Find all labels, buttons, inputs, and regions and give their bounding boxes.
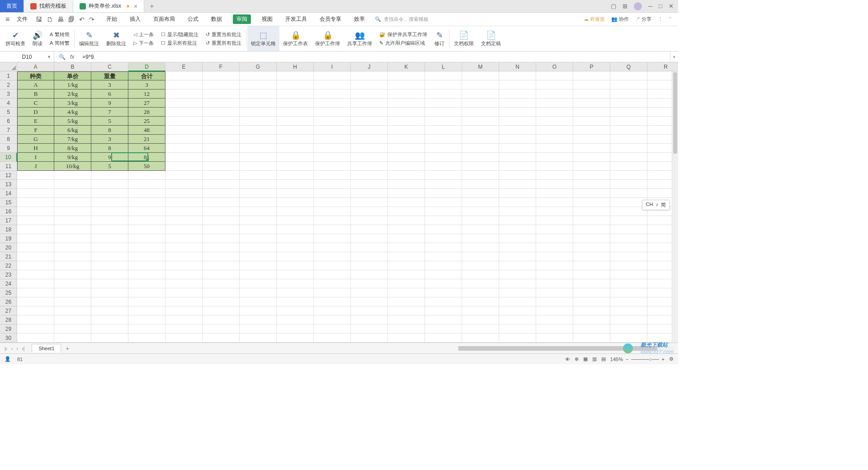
cell[interactable] xyxy=(54,261,91,270)
cell[interactable] xyxy=(17,171,54,180)
cell[interactable] xyxy=(573,189,610,198)
cell[interactable] xyxy=(351,225,388,234)
col-head[interactable]: A xyxy=(17,62,54,71)
cell[interactable] xyxy=(388,180,425,189)
cell[interactable]: F xyxy=(17,126,54,135)
row-head[interactable]: 1 xyxy=(0,71,17,80)
cell[interactable]: 12 xyxy=(128,89,165,99)
cell[interactable] xyxy=(203,80,240,89)
cell[interactable] xyxy=(91,315,128,324)
cell[interactable] xyxy=(536,324,573,334)
cell[interactable] xyxy=(54,315,91,324)
delete-comment-button[interactable]: ✖删除批注 xyxy=(103,26,130,51)
cell[interactable] xyxy=(314,261,351,270)
cell[interactable] xyxy=(277,189,314,198)
cell[interactable] xyxy=(388,306,425,315)
cell[interactable] xyxy=(499,99,536,108)
cell[interactable] xyxy=(388,117,425,126)
cell[interactable] xyxy=(499,225,536,234)
cell[interactable] xyxy=(388,198,425,207)
row-head[interactable]: 20 xyxy=(0,243,17,252)
cell[interactable] xyxy=(128,180,165,189)
cell[interactable] xyxy=(499,252,536,261)
cell[interactable] xyxy=(128,261,165,270)
cell[interactable] xyxy=(610,297,647,306)
cell[interactable] xyxy=(610,225,647,234)
cell[interactable] xyxy=(573,315,610,324)
cell[interactable] xyxy=(277,324,314,334)
cell[interactable] xyxy=(240,288,277,297)
cell[interactable] xyxy=(499,279,536,288)
row-head[interactable]: 21 xyxy=(0,252,17,261)
cell[interactable] xyxy=(388,252,425,261)
cell[interactable] xyxy=(425,126,462,135)
redo-icon[interactable]: ↷ xyxy=(89,16,94,23)
cell[interactable]: 8/kg xyxy=(54,144,91,153)
cell[interactable] xyxy=(165,135,203,144)
cell[interactable] xyxy=(54,198,91,207)
row-head[interactable]: 6 xyxy=(0,117,17,126)
cell[interactable] xyxy=(240,89,277,99)
chevron-up-icon[interactable]: ˆ xyxy=(669,17,671,22)
cell[interactable] xyxy=(388,153,425,162)
cell[interactable]: 单价 xyxy=(54,71,91,80)
cell[interactable] xyxy=(165,234,203,243)
layout-icon[interactable]: ▢ xyxy=(611,3,616,9)
cell[interactable] xyxy=(128,315,165,324)
cell[interactable] xyxy=(203,89,240,99)
cell[interactable] xyxy=(388,189,425,198)
cell[interactable] xyxy=(425,279,462,288)
cell[interactable] xyxy=(425,225,462,234)
cell[interactable] xyxy=(17,198,54,207)
col-head[interactable]: F xyxy=(203,62,240,71)
tab-template[interactable]: 找稻壳模板 xyxy=(24,0,73,12)
cell[interactable] xyxy=(462,324,499,334)
cell[interactable] xyxy=(240,180,277,189)
cell[interactable] xyxy=(536,108,573,117)
cell[interactable] xyxy=(314,171,351,180)
reset-current-button[interactable]: ↺ 重置当前批注 xyxy=(206,31,241,38)
cell[interactable] xyxy=(54,288,91,297)
cell[interactable]: 7 xyxy=(91,108,128,117)
cell[interactable]: 5 xyxy=(91,162,128,171)
cell[interactable] xyxy=(388,324,425,334)
cell[interactable] xyxy=(610,252,647,261)
cell[interactable] xyxy=(462,198,499,207)
cell[interactable] xyxy=(536,315,573,324)
doc-final-button[interactable]: 📄文档定稿 xyxy=(477,26,505,51)
cancel-icon[interactable]: 🔍 xyxy=(59,54,66,60)
cell[interactable]: 48 xyxy=(128,126,165,135)
cell[interactable] xyxy=(425,99,462,108)
cell[interactable] xyxy=(17,180,54,189)
tab-add[interactable]: + xyxy=(144,0,159,12)
cell[interactable] xyxy=(240,189,277,198)
cell[interactable] xyxy=(165,225,203,234)
cell[interactable] xyxy=(165,334,203,343)
cell[interactable] xyxy=(351,324,388,334)
cell[interactable] xyxy=(351,117,388,126)
cell[interactable] xyxy=(499,71,536,80)
cell[interactable] xyxy=(203,288,240,297)
cell[interactable] xyxy=(573,270,610,279)
cell[interactable] xyxy=(425,252,462,261)
cell[interactable] xyxy=(240,315,277,324)
tab-file[interactable]: 种类单价.xlsx × xyxy=(73,0,144,12)
cell[interactable] xyxy=(165,261,203,270)
menu-2[interactable]: 页面布局 xyxy=(151,14,177,24)
cell[interactable] xyxy=(203,270,240,279)
cell[interactable] xyxy=(388,334,425,343)
cell[interactable] xyxy=(536,117,573,126)
cell[interactable] xyxy=(610,315,647,324)
zoom-in-icon[interactable]: + xyxy=(662,357,665,362)
cell[interactable] xyxy=(128,306,165,315)
cell[interactable] xyxy=(536,288,573,297)
cell[interactable]: 64 xyxy=(128,144,165,153)
cell[interactable] xyxy=(351,216,388,225)
ime-indicator[interactable]: CH ♪ 简 xyxy=(642,200,670,210)
cell[interactable]: B xyxy=(17,89,54,99)
cell[interactable]: C xyxy=(17,99,54,108)
cell[interactable] xyxy=(240,198,277,207)
cell[interactable] xyxy=(203,108,240,117)
col-head[interactable]: P xyxy=(573,62,610,71)
view-break-icon[interactable]: ▤ xyxy=(601,356,606,362)
